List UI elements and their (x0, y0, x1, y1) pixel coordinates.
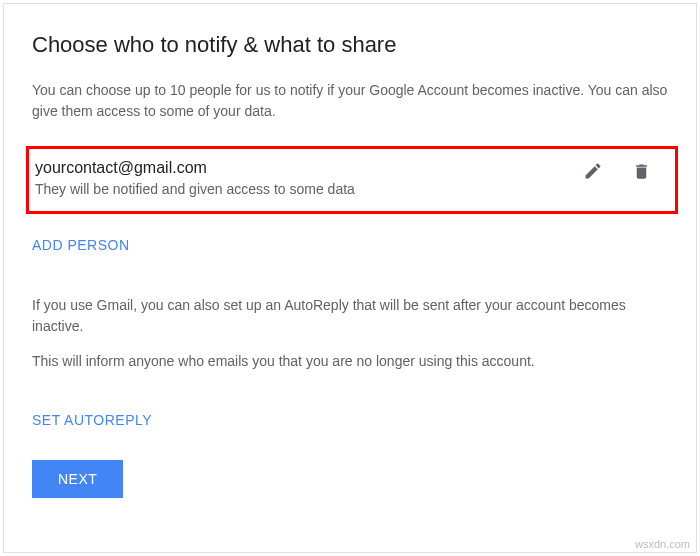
set-autoreply-link[interactable]: SET AUTOREPLY (32, 412, 152, 428)
contact-email: yourcontact@gmail.com (35, 159, 583, 177)
contact-info: yourcontact@gmail.com They will be notif… (35, 159, 583, 197)
page-title: Choose who to notify & what to share (32, 32, 668, 58)
next-button[interactable]: NEXT (32, 460, 123, 498)
autoreply-text-2: This will inform anyone who emails you t… (32, 351, 668, 372)
edit-icon[interactable] (583, 161, 603, 181)
contact-actions (583, 159, 659, 181)
watermark: wsxdn.com (635, 538, 690, 550)
contact-description: They will be notified and given access t… (35, 181, 583, 197)
settings-panel: Choose who to notify & what to share You… (3, 3, 697, 553)
add-person-link[interactable]: ADD PERSON (32, 237, 130, 253)
contact-row[interactable]: yourcontact@gmail.com They will be notif… (26, 146, 678, 214)
intro-text: You can choose up to 10 people for us to… (32, 80, 668, 122)
autoreply-text-1: If you use Gmail, you can also set up an… (32, 295, 668, 337)
delete-icon[interactable] (631, 161, 651, 181)
